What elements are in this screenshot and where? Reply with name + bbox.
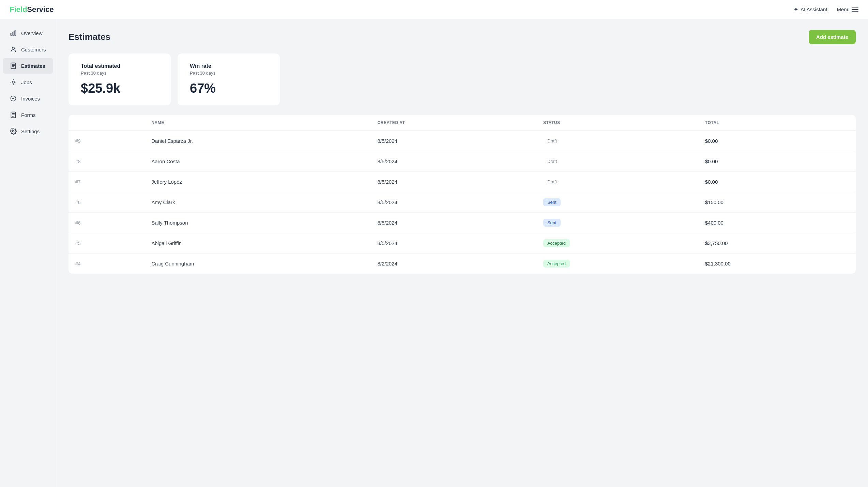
table-row[interactable]: #6 Amy Clark 8/5/2024 Sent $150.00	[68, 192, 856, 213]
sidebar-item-jobs-label: Jobs	[21, 79, 32, 85]
menu-button[interactable]: Menu	[837, 6, 858, 12]
stat-card-win-rate: Win rate Past 30 days 67%	[178, 54, 280, 105]
logo-service: Service	[27, 5, 54, 14]
row-status: Draft	[536, 131, 698, 151]
layout: Overview Customers Estimates	[0, 19, 868, 487]
table-row[interactable]: #7 Jeffery Lopez 8/5/2024 Draft $0.00	[68, 172, 856, 192]
row-num: #9	[68, 131, 144, 151]
row-created-at: 8/5/2024	[370, 172, 536, 192]
svg-rect-0	[11, 33, 12, 35]
row-created-at: 8/5/2024	[370, 213, 536, 233]
row-num: #5	[68, 233, 144, 254]
main-content: Estimates Add estimate Total estimated P…	[56, 19, 868, 487]
table-row[interactable]: #6 Sally Thompson 8/5/2024 Sent $400.00	[68, 213, 856, 233]
sidebar-item-customers[interactable]: Customers	[3, 42, 53, 57]
estimates-table: NAME CREATED AT STATUS TOTAL #9 Daniel E…	[68, 115, 856, 274]
sidebar-item-forms[interactable]: Forms	[3, 107, 53, 123]
menu-lines-icon	[852, 7, 858, 12]
sidebar-item-customers-label: Customers	[21, 47, 46, 52]
row-total: $21,300.00	[698, 254, 856, 274]
row-name: Daniel Esparza Jr.	[144, 131, 370, 151]
table-row[interactable]: #8 Aaron Costa 8/5/2024 Draft $0.00	[68, 151, 856, 172]
sidebar-item-jobs[interactable]: Jobs	[3, 74, 53, 90]
col-status: STATUS	[536, 115, 698, 131]
page-header: Estimates Add estimate	[68, 30, 856, 44]
row-total: $150.00	[698, 192, 856, 213]
row-name: Sally Thompson	[144, 213, 370, 233]
col-created-at: CREATED AT	[370, 115, 536, 131]
stat-card-winrate-title: Win rate	[190, 63, 268, 69]
sidebar-item-forms-label: Forms	[21, 112, 36, 118]
row-created-at: 8/5/2024	[370, 233, 536, 254]
invoices-icon	[10, 95, 17, 102]
row-created-at: 8/5/2024	[370, 192, 536, 213]
sidebar: Overview Customers Estimates	[0, 19, 56, 487]
table-body: #9 Daniel Esparza Jr. 8/5/2024 Draft $0.…	[68, 131, 856, 274]
svg-rect-2	[15, 31, 16, 35]
row-num: #7	[68, 172, 144, 192]
overview-icon	[10, 29, 17, 37]
stat-card-winrate-value: 67%	[190, 81, 268, 96]
settings-icon	[10, 127, 17, 135]
table-row[interactable]: #4 Craig Cunningham 8/2/2024 Accepted $2…	[68, 254, 856, 274]
row-total: $0.00	[698, 151, 856, 172]
table-header-row: NAME CREATED AT STATUS TOTAL	[68, 115, 856, 131]
ai-assistant-button[interactable]: ✦ AI Assistant	[793, 6, 827, 13]
estimates-table-container: NAME CREATED AT STATUS TOTAL #9 Daniel E…	[68, 115, 856, 274]
row-total: $3,750.00	[698, 233, 856, 254]
logo[interactable]: FieldService	[10, 5, 54, 14]
sidebar-item-estimates[interactable]: Estimates	[3, 58, 53, 74]
row-created-at: 8/2/2024	[370, 254, 536, 274]
estimates-icon	[10, 62, 17, 70]
page-title: Estimates	[68, 32, 110, 42]
row-status: Accepted	[536, 233, 698, 254]
row-status: Accepted	[536, 254, 698, 274]
svg-point-14	[13, 131, 14, 132]
topnav-right: ✦ AI Assistant Menu	[793, 6, 858, 13]
stat-card-total-subtitle: Past 30 days	[81, 71, 158, 76]
row-total: $0.00	[698, 131, 856, 151]
col-num	[68, 115, 144, 131]
sidebar-item-settings[interactable]: Settings	[3, 123, 53, 139]
sidebar-item-overview-label: Overview	[21, 30, 43, 36]
row-name: Amy Clark	[144, 192, 370, 213]
ai-icon: ✦	[793, 6, 798, 13]
col-total: TOTAL	[698, 115, 856, 131]
table-head: NAME CREATED AT STATUS TOTAL	[68, 115, 856, 131]
row-num: #6	[68, 213, 144, 233]
row-status: Sent	[536, 192, 698, 213]
table-row[interactable]: #9 Daniel Esparza Jr. 8/5/2024 Draft $0.…	[68, 131, 856, 151]
row-name: Abigail Griffin	[144, 233, 370, 254]
stat-card-total-value: $25.9k	[81, 81, 158, 96]
logo-field: Field	[10, 5, 27, 14]
jobs-icon	[10, 78, 17, 86]
row-created-at: 8/5/2024	[370, 151, 536, 172]
col-name: NAME	[144, 115, 370, 131]
row-total: $0.00	[698, 172, 856, 192]
row-name: Craig Cunningham	[144, 254, 370, 274]
forms-icon	[10, 111, 17, 119]
topnav: FieldService ✦ AI Assistant Menu	[0, 0, 868, 19]
sidebar-item-settings-label: Settings	[21, 128, 40, 134]
row-status: Sent	[536, 213, 698, 233]
row-name: Jeffery Lopez	[144, 172, 370, 192]
table-row[interactable]: #5 Abigail Griffin 8/5/2024 Accepted $3,…	[68, 233, 856, 254]
stats-row: Total estimated Past 30 days $25.9k Win …	[68, 54, 856, 105]
customers-icon	[10, 46, 17, 53]
row-total: $400.00	[698, 213, 856, 233]
sidebar-item-estimates-label: Estimates	[21, 63, 45, 69]
stat-card-total-title: Total estimated	[81, 63, 158, 69]
row-name: Aaron Costa	[144, 151, 370, 172]
row-status: Draft	[536, 151, 698, 172]
row-num: #4	[68, 254, 144, 274]
svg-rect-1	[13, 32, 14, 35]
sidebar-item-overview[interactable]: Overview	[3, 25, 53, 41]
add-estimate-button[interactable]: Add estimate	[809, 30, 856, 44]
svg-point-8	[12, 81, 15, 83]
sidebar-item-invoices-label: Invoices	[21, 96, 40, 102]
sidebar-item-invoices[interactable]: Invoices	[3, 91, 53, 106]
stat-card-total-estimated: Total estimated Past 30 days $25.9k	[68, 54, 171, 105]
menu-label: Menu	[837, 6, 850, 12]
row-created-at: 8/5/2024	[370, 131, 536, 151]
row-status: Draft	[536, 172, 698, 192]
